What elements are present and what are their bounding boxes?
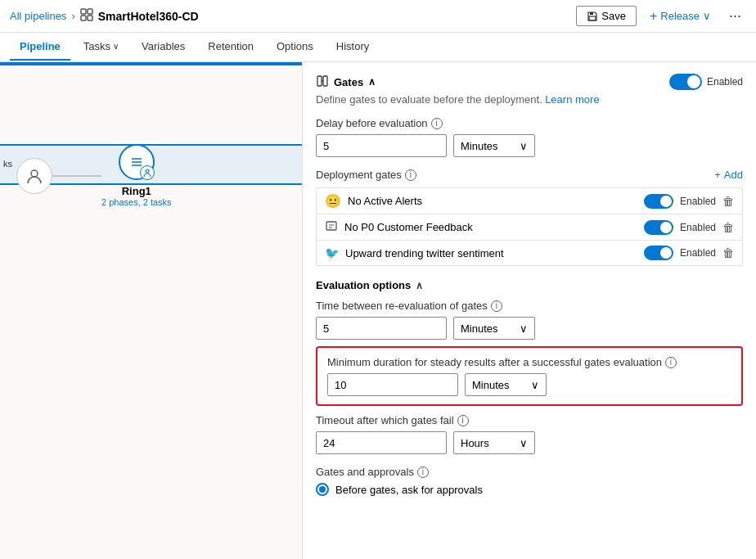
deployment-gates-label: Deployment gates i xyxy=(316,169,416,181)
svg-rect-2 xyxy=(81,16,86,20)
ring-node[interactable]: Ring1 2 phases, 2 tasks xyxy=(101,144,172,207)
time-between-input[interactable] xyxy=(316,317,447,340)
gates-approvals-label: Gates and approvals i xyxy=(316,466,743,478)
gate-1-toggle[interactable] xyxy=(644,220,673,235)
timeout-label: Timeout after which gates fail i xyxy=(316,414,743,426)
tab-tasks[interactable]: Tasks ∨ xyxy=(74,34,128,61)
gate-0-delete-icon[interactable]: 🗑 xyxy=(722,195,734,208)
gate-2-enabled: Enabled xyxy=(680,247,716,259)
gates-approvals-section: Gates and approvals i Before gates, ask … xyxy=(316,466,743,496)
min-duration-unit-select[interactable]: Minutes ∨ xyxy=(465,373,547,396)
deployment-gates-header: Deployment gates i + Add xyxy=(316,169,743,181)
time-between-label: Time between re-evaluation of gates i xyxy=(316,300,743,312)
time-between-unit-select[interactable]: Minutes ∨ xyxy=(453,317,535,340)
eval-options-chevron-icon[interactable]: ∧ xyxy=(416,280,423,291)
svg-rect-5 xyxy=(589,16,596,20)
min-duration-row: Minutes ∨ xyxy=(327,373,731,396)
tab-pipeline[interactable]: Pipeline xyxy=(10,34,70,61)
gate-1-delete-icon[interactable]: 🗑 xyxy=(722,221,734,234)
radio-before-gates[interactable] xyxy=(316,483,329,496)
add-plus-icon: + xyxy=(714,169,721,181)
pipeline-icon xyxy=(80,8,93,25)
gate-row-1: No P0 Customer Feedback Enabled 🗑 xyxy=(316,214,743,240)
gate-2-icon: 🐦 xyxy=(325,246,339,259)
pipeline-node-area: Ring1 2 phases, 2 tasks xyxy=(16,144,172,207)
gate-row-0-right: Enabled 🗑 xyxy=(644,194,734,209)
gates-chevron-icon[interactable]: ∧ xyxy=(368,76,376,88)
timeout-row: Hours ∨ xyxy=(316,431,743,454)
main-layout: ks xyxy=(0,62,756,559)
svg-rect-9 xyxy=(323,76,327,86)
gate-1-enabled: Enabled xyxy=(680,222,716,233)
gate-2-toggle[interactable] xyxy=(644,246,673,260)
svg-rect-10 xyxy=(326,222,336,230)
release-button[interactable]: + Release ∨ xyxy=(643,6,718,27)
svg-rect-3 xyxy=(88,16,92,20)
radio-row: Before gates, ask for approvals xyxy=(316,483,743,496)
save-button[interactable]: Save xyxy=(576,6,637,26)
time-between-info-icon[interactable]: i xyxy=(491,300,502,312)
timeout-unit-select[interactable]: Hours ∨ xyxy=(453,431,535,454)
timeout-info-icon[interactable]: i xyxy=(457,415,469,426)
radio-label: Before gates, ask for approvals xyxy=(335,484,483,496)
svg-point-7 xyxy=(146,169,149,173)
deployment-gates-info-icon[interactable]: i xyxy=(405,169,416,181)
min-duration-label: Minimum duration for steady results afte… xyxy=(327,356,731,368)
tab-options[interactable]: Options xyxy=(267,34,323,61)
delay-unit-chevron-icon: ∨ xyxy=(520,140,528,152)
gate-row-2: 🐦 Upward trending twitter sentiment Enab… xyxy=(316,240,743,266)
gate-row-0: 😐 No Active Alerts Enabled 🗑 xyxy=(316,187,743,214)
add-gate-link[interactable]: + Add xyxy=(714,169,743,181)
time-between-row: Minutes ∨ xyxy=(316,317,743,340)
gate-0-toggle[interactable] xyxy=(644,194,673,209)
gates-list: 😐 No Active Alerts Enabled 🗑 xyxy=(316,187,743,266)
gates-description: Define gates to evaluate before the depl… xyxy=(316,93,743,106)
ring-person-badge xyxy=(140,165,155,180)
delay-field-row: Minutes ∨ xyxy=(316,134,743,157)
timeout-chevron-icon: ∨ xyxy=(520,437,528,449)
min-duration-info-icon[interactable]: i xyxy=(665,357,677,368)
delay-input[interactable] xyxy=(316,134,447,157)
ring-sublabel: 2 phases, 2 tasks xyxy=(101,197,172,207)
app-header: All pipelines › SmartHotel360-CD Save + … xyxy=(0,0,756,33)
header-right: Save + Release ∨ ··· xyxy=(576,6,746,27)
gate-row-2-right: Enabled 🗑 xyxy=(644,246,734,260)
nav-tabs: Pipeline Tasks ∨ Variables Retention Opt… xyxy=(0,33,756,62)
chevron-down-icon: ∨ xyxy=(703,10,711,22)
gate-0-enabled: Enabled xyxy=(680,196,716,207)
delay-info-icon[interactable]: i xyxy=(431,118,443,129)
min-duration-input[interactable] xyxy=(327,373,458,396)
learn-more-link[interactable]: Learn more xyxy=(545,93,599,106)
plus-icon: + xyxy=(650,9,657,24)
tasks-chevron-icon: ∨ xyxy=(113,42,119,51)
min-duration-box: Minimum duration for steady results afte… xyxy=(316,346,743,406)
tab-retention[interactable]: Retention xyxy=(198,34,263,61)
gates-title: Gates ∧ xyxy=(316,74,376,90)
more-options-button[interactable]: ··· xyxy=(724,6,746,26)
svg-rect-1 xyxy=(88,9,92,14)
svg-rect-0 xyxy=(81,9,86,14)
gates-approvals-info-icon[interactable]: i xyxy=(417,467,429,478)
gates-section-header: Gates ∧ Enabled xyxy=(316,74,743,90)
gates-icon xyxy=(316,74,329,90)
gates-toggle-container: Enabled xyxy=(669,74,743,90)
gate-row-1-right: Enabled 🗑 xyxy=(644,220,734,235)
gates-enabled-toggle[interactable] xyxy=(669,74,702,90)
gate-row-2-left: 🐦 Upward trending twitter sentiment xyxy=(325,246,504,259)
delay-unit-select[interactable]: Minutes ∨ xyxy=(453,134,535,157)
svg-point-6 xyxy=(31,170,38,177)
gate-2-delete-icon[interactable]: 🗑 xyxy=(722,246,734,259)
person-node[interactable] xyxy=(16,158,52,194)
eval-options-header: Evaluation options ∧ xyxy=(316,279,743,291)
ring-label: Ring1 xyxy=(122,185,151,197)
ks-label: ks xyxy=(3,159,12,169)
tab-variables[interactable]: Variables xyxy=(132,34,195,61)
svg-rect-4 xyxy=(590,12,593,15)
all-pipelines-link[interactable]: All pipelines xyxy=(10,10,66,22)
pipeline-top-bar xyxy=(0,62,302,65)
time-between-chevron-icon: ∨ xyxy=(520,322,528,335)
gate-0-name: No Active Alerts xyxy=(348,195,422,207)
tab-history[interactable]: History xyxy=(326,34,379,61)
timeout-input[interactable] xyxy=(316,431,447,454)
svg-rect-8 xyxy=(317,76,322,86)
